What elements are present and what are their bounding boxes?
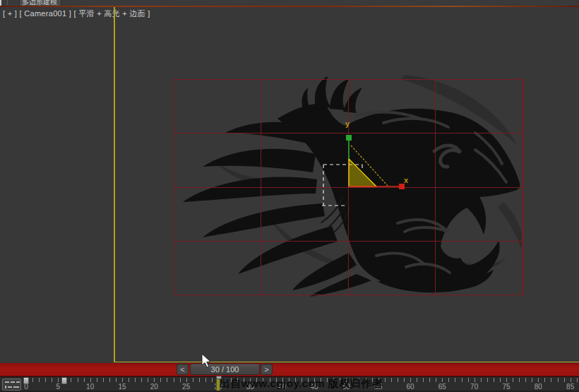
ruler-tick xyxy=(141,378,142,382)
ruler-tick xyxy=(481,378,482,382)
window-corner xyxy=(0,0,1,6)
ruler-tick xyxy=(500,378,501,382)
ruler-frame-label: 70 xyxy=(470,383,478,391)
ruler-tick xyxy=(109,378,110,382)
ruler-tick xyxy=(551,378,551,382)
gizmo-x-axis-label: x xyxy=(404,176,408,184)
ruler-tick xyxy=(193,378,193,382)
ruler-tick xyxy=(513,378,513,382)
ruler-tick xyxy=(544,378,545,382)
ruler-frame-label: 60 xyxy=(406,383,414,391)
ruler-tick xyxy=(84,378,85,382)
keyframe-marker[interactable] xyxy=(23,377,29,384)
active-viewport-border-bottom xyxy=(114,362,579,362)
ruler-tick xyxy=(442,378,443,382)
ruler-tick xyxy=(32,378,33,382)
watermark-text: 出自www.cgjoy.com 版权归作者 xyxy=(220,377,383,391)
ruler-tick xyxy=(71,378,71,382)
ruler-frame-label: 65 xyxy=(438,383,446,391)
ruler-tick xyxy=(97,378,97,382)
ribbon-tab-polygon-modeling[interactable]: 多边形建模 xyxy=(19,0,61,6)
ruler-tick xyxy=(45,378,46,382)
ruler-tick xyxy=(571,378,571,382)
viewport-label[interactable]: [ + ] [ Camera001 ] [ 平滑 + 高光 + 边面 ] xyxy=(3,8,150,19)
ruler-tick xyxy=(52,378,52,382)
ruler-tick xyxy=(39,378,40,382)
ruler-tick xyxy=(160,378,161,382)
active-viewport-border-left xyxy=(114,7,115,362)
ruler-tick xyxy=(154,378,155,382)
ruler-tick xyxy=(455,378,455,382)
gizmo-y-axis-label: y xyxy=(345,119,350,128)
ruler-tick xyxy=(468,378,469,382)
ruler-tick xyxy=(487,378,488,382)
ruler-tick xyxy=(385,378,386,382)
time-slider-thumb[interactable]: 30 / 100 xyxy=(190,364,260,375)
ruler-frame-label: 15 xyxy=(118,383,126,391)
ribbon-bar: 多边形建模 xyxy=(0,0,579,6)
ruler-tick xyxy=(519,378,520,382)
move-gizmo xyxy=(321,117,417,205)
ruler-tick xyxy=(391,378,392,382)
ruler-tick xyxy=(205,378,206,382)
gizmo-y-handle[interactable] xyxy=(346,135,352,141)
previous-frame-button[interactable]: < xyxy=(177,364,189,375)
ruler-tick xyxy=(174,378,174,382)
ruler-tick xyxy=(436,378,436,382)
ruler-tick xyxy=(577,378,578,382)
ruler-frame-label: 85 xyxy=(566,383,574,391)
ruler-frame-label: 25 xyxy=(182,383,190,391)
ruler-frame-label: 10 xyxy=(86,383,94,391)
ribbon-tab-label: 多边形建模 xyxy=(22,0,57,6)
ruler-frame-label: 75 xyxy=(502,383,510,391)
ruler-tick xyxy=(462,378,462,382)
ruler-frame-label: 5 xyxy=(56,383,61,391)
ruler-tick xyxy=(90,378,91,382)
max-window: 多边形建模 [ + ] [ Camera001 ] [ 平滑 + 高光 + 边面… xyxy=(0,0,579,392)
ruler-tick xyxy=(398,378,398,382)
mini-curve-editor-button[interactable] xyxy=(2,379,21,391)
ruler-tick xyxy=(525,378,526,382)
ruler-tick xyxy=(448,378,449,382)
ruler-tick xyxy=(494,378,494,382)
mouse-cursor xyxy=(201,354,213,369)
ruler-frame-label: 20 xyxy=(150,383,158,391)
ruler-tick xyxy=(78,378,78,382)
ruler-tick xyxy=(167,378,167,382)
keyframe-marker[interactable] xyxy=(61,377,67,384)
ruler-tick xyxy=(423,378,424,382)
ruler-tick xyxy=(186,378,187,382)
ruler-tick xyxy=(180,378,181,382)
ruler-tick xyxy=(116,378,117,382)
gizmo-x-handle[interactable] xyxy=(399,184,405,189)
ruler-tick xyxy=(558,378,559,382)
viewport-canvas[interactable]: [ + ] [ Camera001 ] [ 平滑 + 高光 + 边面 ] xyxy=(0,7,579,362)
time-slider-bar[interactable]: < 30 / 100 > xyxy=(0,363,579,376)
gizmo-plane-handle[interactable] xyxy=(349,159,376,186)
ruler-tick xyxy=(135,378,136,382)
ruler-tick xyxy=(564,378,565,382)
ribbon-divider xyxy=(7,0,8,6)
ruler-tick xyxy=(506,378,507,382)
ruler-tick xyxy=(122,378,123,382)
ruler-tick xyxy=(410,378,411,382)
ruler-tick xyxy=(532,378,532,382)
ruler-tick xyxy=(417,378,417,382)
ruler-tick xyxy=(103,378,104,382)
ruler-tick xyxy=(129,378,129,382)
next-frame-button[interactable]: > xyxy=(261,364,273,375)
ruler-tick xyxy=(58,378,59,382)
ruler-tick xyxy=(199,378,200,382)
ruler-tick xyxy=(404,378,405,382)
ruler-tick xyxy=(429,378,430,382)
ruler-tick xyxy=(148,378,148,382)
ruler-frame-label: 80 xyxy=(535,383,542,391)
ruler-tick xyxy=(538,378,539,382)
ruler-tick xyxy=(474,378,475,382)
ruler-tick xyxy=(212,378,213,382)
